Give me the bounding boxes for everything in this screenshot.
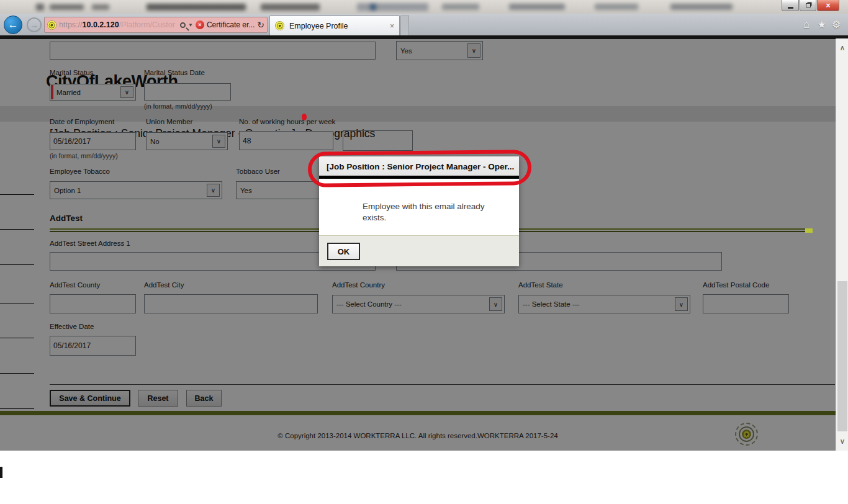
blurred-title-text <box>147 4 246 11</box>
annotation-red-dot <box>302 114 307 120</box>
back-arrow-icon: ← <box>8 19 19 31</box>
blurred-window <box>670 4 733 10</box>
dialog-footer: OK <box>319 235 519 266</box>
certificate-error-icon: × <box>196 20 204 29</box>
url-text: https://10.0.2.120/Platform/Custor <box>59 20 178 29</box>
bottom-strip <box>0 451 848 504</box>
window-minimize-button[interactable] <box>782 0 799 11</box>
browser-tab-employee-profile[interactable]: Employee Profile × <box>269 16 400 35</box>
tab-favicon-icon <box>275 21 284 30</box>
edge-mark <box>0 467 2 478</box>
vertical-scrollbar[interactable]: ∧ ∨ <box>836 38 848 451</box>
address-bar[interactable]: https://10.0.2.120/Platform/Custor ▼ × C… <box>44 17 268 33</box>
scroll-up-icon[interactable]: ∧ <box>836 41 848 55</box>
back-button[interactable]: ← <box>4 16 22 34</box>
certificate-error-text[interactable]: Certificate er... <box>207 20 255 29</box>
tab-stub <box>400 16 409 35</box>
ok-button[interactable]: OK <box>327 243 360 260</box>
blurred-icon <box>370 4 376 10</box>
blurred-window <box>442 4 479 10</box>
search-icon[interactable] <box>180 22 186 28</box>
window-restore-button[interactable] <box>800 0 816 11</box>
blurred-window <box>509 4 565 10</box>
search-dropdown-chevron-icon[interactable]: ▼ <box>188 22 193 28</box>
url-host: 10.0.2.120 <box>83 20 119 29</box>
minimize-icon <box>788 7 793 9</box>
annotation-red-oval <box>308 150 532 187</box>
restore-icon <box>806 3 811 7</box>
scrollbar-thumb[interactable] <box>837 281 847 431</box>
dialog-message: Employee with this email already exists. <box>319 179 519 235</box>
url-path: /Platform/Custor <box>119 20 175 29</box>
tab-close-icon[interactable]: × <box>390 22 394 30</box>
favorites-star-icon[interactable]: ★ <box>818 19 826 30</box>
settings-gear-icon[interactable]: ⚙ <box>832 19 841 30</box>
url-protocol: https:// <box>59 20 83 29</box>
blurred-title-text <box>92 4 109 10</box>
scroll-down-icon[interactable]: ∨ <box>836 434 848 448</box>
close-icon: × <box>826 1 830 10</box>
blurred-favicon <box>36 4 44 11</box>
window-title-bar <box>0 0 848 14</box>
screen: × ← → https://10.0.2.120/Platform/Custor… <box>0 0 848 504</box>
separator-highlight-tip <box>805 228 813 233</box>
home-icon[interactable]: ⌂ <box>803 19 810 31</box>
blurred-title-text <box>261 4 320 11</box>
blurred-title-text <box>50 4 84 10</box>
blurred-window <box>595 4 638 10</box>
refresh-icon[interactable]: ↻ <box>257 20 264 30</box>
blurred-window <box>357 3 428 11</box>
tab-title: Employee Profile <box>289 22 385 30</box>
window-close-button[interactable]: × <box>817 0 839 11</box>
site-favicon-icon <box>47 20 56 30</box>
